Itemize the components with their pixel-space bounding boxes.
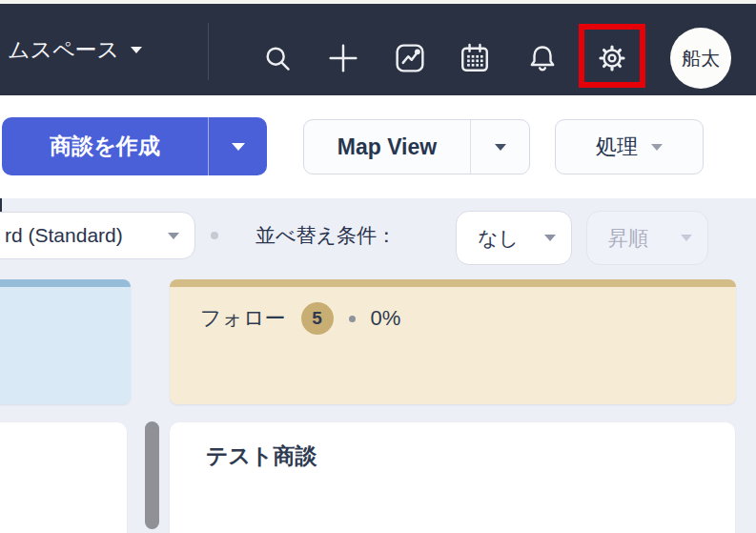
process-label: 処理 <box>596 133 638 161</box>
sort-order-dropdown: 昇順 <box>586 211 708 265</box>
map-view-dropdown[interactable] <box>470 120 529 174</box>
sort-field-value: なし <box>478 225 519 252</box>
chevron-down-icon <box>495 144 506 151</box>
sort-field-dropdown[interactable]: なし <box>456 211 572 265</box>
screen: ムスペース <box>0 0 756 533</box>
chevron-down-icon <box>544 235 556 241</box>
chevron-down-icon <box>131 47 142 53</box>
kanban-column-left <box>0 279 131 404</box>
add-icon[interactable] <box>327 42 359 74</box>
column-header: フォロー 5 0% <box>170 287 736 335</box>
notifications-icon[interactable] <box>526 42 559 74</box>
chevron-down-icon <box>232 143 245 151</box>
deal-card-title: テスト商談 <box>206 441 735 471</box>
deal-card[interactable]: テスト商談 <box>170 422 735 533</box>
create-deal-dropdown[interactable] <box>208 117 267 175</box>
kanban-column-follow: フォロー 5 0% <box>170 279 736 404</box>
search-icon[interactable] <box>261 42 294 74</box>
map-view-button[interactable]: Map View <box>303 119 530 174</box>
record-count-badge: 5 <box>301 302 334 335</box>
topbar: ムスペース <box>0 4 756 95</box>
sort-condition-label: 並べ替え条件： <box>255 198 397 273</box>
process-button[interactable]: 処理 <box>555 119 704 174</box>
chevron-down-icon <box>651 144 663 151</box>
dot-separator <box>349 316 356 322</box>
analytics-icon[interactable] <box>394 42 426 74</box>
toolbar-row: 商談を作成 Map View 処理 <box>0 95 756 198</box>
column-title: フォロー <box>200 304 286 333</box>
map-view-label: Map View <box>304 120 470 174</box>
view-layout-dropdown[interactable]: rd (Standard) <box>0 212 195 259</box>
calendar-icon[interactable] <box>459 42 491 74</box>
workspace-selector[interactable]: ムスペース <box>8 4 142 95</box>
create-deal-label: 商談を作成 <box>2 117 208 175</box>
avatar[interactable]: 船太 <box>670 28 731 89</box>
chevron-down-icon <box>681 235 692 241</box>
column-color-strip <box>0 279 131 287</box>
view-layout-value: rd (Standard) <box>5 224 123 247</box>
create-deal-button[interactable]: 商談を作成 <box>2 117 267 175</box>
sort-order-value: 昇順 <box>608 225 648 252</box>
deal-card-partial[interactable] <box>0 422 127 533</box>
dot-separator <box>211 232 218 239</box>
column-percent: 0% <box>371 306 401 331</box>
topbar-divider <box>208 23 209 80</box>
chevron-down-icon <box>168 233 179 239</box>
workspace-label: ムスペース <box>8 35 119 65</box>
settings-highlight-box <box>579 24 645 88</box>
column-color-strip <box>170 279 736 287</box>
avatar-initials: 船太 <box>682 46 720 72</box>
vertical-scrollbar[interactable] <box>145 421 159 529</box>
